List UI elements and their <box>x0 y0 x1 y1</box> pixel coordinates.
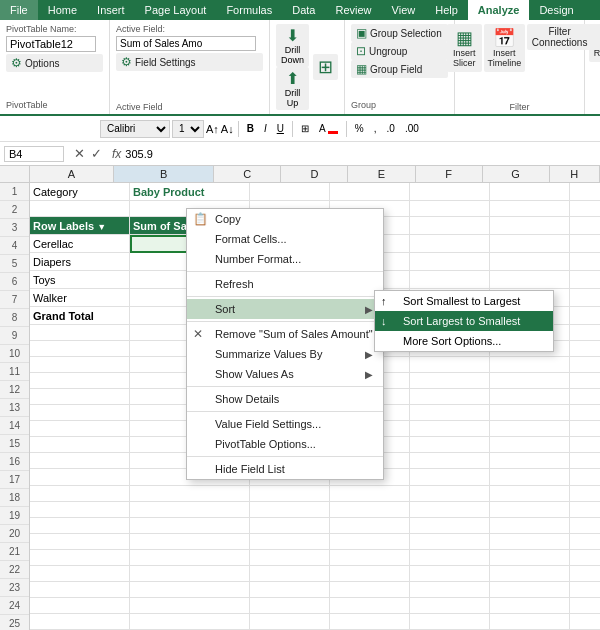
comma-button[interactable]: , <box>370 120 381 138</box>
drill-up-button[interactable]: ⬆ Drill Up <box>276 67 309 110</box>
cell-E24[interactable] <box>410 566 490 582</box>
cell-C27[interactable] <box>250 614 330 630</box>
cell-C26[interactable] <box>250 598 330 614</box>
col-header-a[interactable]: A <box>30 166 114 182</box>
field-settings-button[interactable]: ⚙ Field Settings <box>116 53 263 71</box>
cell-B25[interactable] <box>130 582 250 598</box>
cell-F18[interactable] <box>490 469 570 485</box>
cell-A1[interactable]: Category <box>30 183 130 201</box>
cell-A16[interactable] <box>30 437 130 453</box>
cell-G27[interactable] <box>570 614 600 630</box>
cell-A8[interactable]: Grand Total <box>30 307 130 325</box>
cell-B22[interactable] <box>130 534 250 550</box>
ctx-refresh[interactable]: Refresh <box>187 274 383 294</box>
cell-G17[interactable] <box>570 453 600 469</box>
cell-G5[interactable] <box>570 253 600 271</box>
cell-F23[interactable] <box>490 550 570 566</box>
cell-G3[interactable] <box>570 217 600 235</box>
cell-F26[interactable] <box>490 598 570 614</box>
cell-F21[interactable] <box>490 518 570 534</box>
cell-A27[interactable] <box>30 614 130 630</box>
cell-A2[interactable] <box>30 201 130 217</box>
tab-view[interactable]: View <box>382 0 426 20</box>
cell-D27[interactable] <box>330 614 410 630</box>
cell-E23[interactable] <box>410 550 490 566</box>
cell-A15[interactable] <box>30 421 130 437</box>
cell-G9[interactable] <box>570 325 600 341</box>
cell-C1[interactable] <box>250 183 330 201</box>
bold-button[interactable]: B <box>243 120 258 138</box>
cell-F3[interactable] <box>490 217 570 235</box>
cell-A5[interactable]: Diapers <box>30 253 130 271</box>
cell-A14[interactable] <box>30 405 130 421</box>
submenu-sort-asc[interactable]: ↑ Sort Smallest to Largest <box>375 291 553 311</box>
cell-A25[interactable] <box>30 582 130 598</box>
cell-G26[interactable] <box>570 598 600 614</box>
cell-G13[interactable] <box>570 389 600 405</box>
ctx-remove-field[interactable]: ✕ Remove "Sum of Sales Amount" <box>187 324 383 344</box>
col-header-d[interactable]: D <box>281 166 348 182</box>
insert-timeline-button[interactable]: 📅 Insert Timeline <box>484 24 525 72</box>
pivot-name-input[interactable] <box>6 36 96 52</box>
cell-E21[interactable] <box>410 518 490 534</box>
cell-D20[interactable] <box>330 502 410 518</box>
cell-E3[interactable] <box>410 217 490 235</box>
cell-E22[interactable] <box>410 534 490 550</box>
cell-A9[interactable] <box>30 325 130 341</box>
font-color-button[interactable]: A <box>315 120 342 138</box>
cell-E15[interactable] <box>410 421 490 437</box>
cell-A22[interactable] <box>30 534 130 550</box>
ctx-value-field-settings[interactable]: Value Field Settings... <box>187 414 383 434</box>
cell-A17[interactable] <box>30 453 130 469</box>
cell-A13[interactable] <box>30 389 130 405</box>
cell-F4[interactable] <box>490 235 570 253</box>
cell-G1[interactable] <box>570 183 600 201</box>
cell-C23[interactable] <box>250 550 330 566</box>
ctx-format-cells[interactable]: Format Cells... <box>187 229 383 249</box>
ctx-summarize-by[interactable]: Summarize Values By ▶ <box>187 344 383 364</box>
ctx-sort[interactable]: Sort ▶ <box>187 299 383 319</box>
tab-help[interactable]: Help <box>425 0 468 20</box>
cell-C24[interactable] <box>250 566 330 582</box>
cell-A10[interactable] <box>30 341 130 357</box>
cell-A20[interactable] <box>30 502 130 518</box>
cell-A24[interactable] <box>30 566 130 582</box>
cell-F6[interactable] <box>490 271 570 289</box>
col-header-e[interactable]: E <box>348 166 415 182</box>
col-header-h[interactable]: H <box>550 166 600 182</box>
cell-F24[interactable] <box>490 566 570 582</box>
underline-button[interactable]: U <box>273 120 288 138</box>
cell-A7[interactable]: Walker <box>30 289 130 307</box>
cell-D24[interactable] <box>330 566 410 582</box>
cell-G11[interactable] <box>570 357 600 373</box>
decrease-decimal-button[interactable]: .00 <box>401 120 423 138</box>
cell-C22[interactable] <box>250 534 330 550</box>
cell-A19[interactable] <box>30 486 130 502</box>
cell-G15[interactable] <box>570 421 600 437</box>
ungroup-button[interactable]: ⊡ Ungroup <box>351 42 448 60</box>
col-header-f[interactable]: F <box>416 166 483 182</box>
tab-review[interactable]: Review <box>325 0 381 20</box>
formula-input[interactable] <box>125 148 600 160</box>
group-field-button[interactable]: ▦ Group Field <box>351 60 448 78</box>
cell-E5[interactable] <box>410 253 490 271</box>
cell-F19[interactable] <box>490 486 570 502</box>
drill-down-button[interactable]: ⬇ Drill Down <box>276 24 309 67</box>
cell-G23[interactable] <box>570 550 600 566</box>
tab-design[interactable]: Design <box>529 0 583 20</box>
cancel-formula-btn[interactable]: ✕ <box>72 145 87 162</box>
cell-G19[interactable] <box>570 486 600 502</box>
tab-insert[interactable]: Insert <box>87 0 135 20</box>
cell-D23[interactable] <box>330 550 410 566</box>
cell-B19[interactable] <box>130 486 250 502</box>
cell-C19[interactable] <box>250 486 330 502</box>
cell-E1[interactable] <box>410 183 490 201</box>
increase-decimal-button[interactable]: .0 <box>383 120 399 138</box>
cell-B20[interactable] <box>130 502 250 518</box>
cell-C21[interactable] <box>250 518 330 534</box>
cell-A23[interactable] <box>30 550 130 566</box>
ctx-number-format[interactable]: Number Format... <box>187 249 383 269</box>
cell-F13[interactable] <box>490 389 570 405</box>
cell-E27[interactable] <box>410 614 490 630</box>
cell-A26[interactable] <box>30 598 130 614</box>
